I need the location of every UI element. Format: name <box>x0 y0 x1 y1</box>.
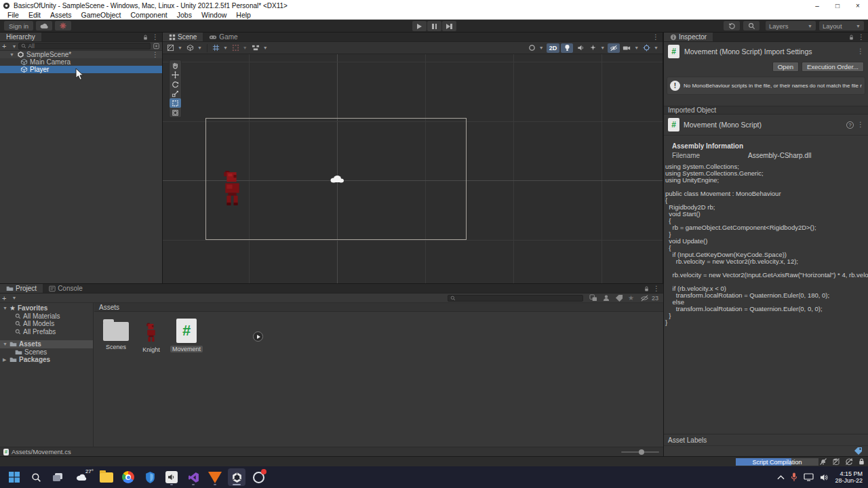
menu-component[interactable]: Component <box>125 11 172 19</box>
tree-item-packages[interactable]: ▶Packages <box>0 356 93 364</box>
create-asset-button[interactable]: + <box>2 294 6 302</box>
chevron-down-icon[interactable]: ▼ <box>12 44 16 49</box>
label-tag-icon[interactable] <box>854 447 863 455</box>
undo-history-button[interactable] <box>724 21 740 30</box>
asset-item-knight[interactable]: Knight <box>135 317 167 353</box>
close-button[interactable]: × <box>848 0 868 11</box>
scene-menu-icon[interactable]: ⋮ <box>152 52 162 58</box>
camera-settings-dropdown[interactable]: ▼ <box>527 43 545 53</box>
layout-dropdown[interactable]: Layout▼ <box>819 21 864 30</box>
taskbar-clock[interactable]: 4:15 PM 28-Jun-22 <box>835 470 863 484</box>
triangle-app-button[interactable] <box>206 468 224 486</box>
transform-tool[interactable] <box>170 108 181 117</box>
animation-play-badge[interactable] <box>253 331 263 342</box>
hierarchy-item-main-camera[interactable]: Main Camera <box>0 58 162 66</box>
menu-window[interactable]: Window <box>197 11 231 19</box>
panel-menu-icon[interactable]: ⋮ <box>652 34 659 41</box>
tab-console[interactable]: Console <box>43 284 89 293</box>
network-display-icon[interactable] <box>804 473 814 481</box>
cloud-sprite[interactable] <box>330 174 344 184</box>
volume-icon[interactable] <box>820 474 829 481</box>
tree-item-scenes[interactable]: Scenes <box>0 348 93 357</box>
security-app-button[interactable] <box>141 468 159 486</box>
scale-tool[interactable] <box>170 89 181 98</box>
thumbnail-size-slider[interactable] <box>621 451 659 453</box>
saved-search-star-icon[interactable]: ★ <box>628 294 634 302</box>
panel-menu-icon[interactable]: ⋮ <box>152 34 159 41</box>
scene-audio-toggle[interactable] <box>574 43 587 53</box>
lock-icon[interactable] <box>848 34 854 41</box>
menu-file[interactable]: File <box>3 11 24 19</box>
label-tag-icon[interactable] <box>615 294 623 302</box>
tray-chevron-up-icon[interactable] <box>777 475 785 480</box>
tree-item-all-prefabs[interactable]: All Prefabs <box>0 328 93 336</box>
lock-icon[interactable] <box>142 34 149 41</box>
gizmos-dropdown[interactable]: ▼ <box>642 43 660 53</box>
foldout-arrow-icon[interactable]: ▼ <box>3 342 7 346</box>
pause-button[interactable] <box>427 21 441 31</box>
mono-script-header[interactable]: # Movement (Mono Script) ? ⋮ <box>664 115 868 136</box>
component-menu-icon[interactable]: ⋮ <box>857 121 864 128</box>
hidden-count-eye-icon[interactable] <box>640 295 649 302</box>
scene-picker-icon[interactable] <box>153 43 160 49</box>
visual-studio-button[interactable] <box>184 468 202 486</box>
task-view-button[interactable] <box>49 468 66 486</box>
open-button[interactable]: Open <box>772 62 799 72</box>
scene-canvas[interactable] <box>163 54 663 283</box>
asset-item-scenes[interactable]: Scenes <box>100 317 132 350</box>
notifications-muted-icon[interactable] <box>819 458 827 466</box>
menu-edit[interactable]: Edit <box>24 11 45 19</box>
scene-visibility-toggle[interactable] <box>608 43 620 53</box>
menu-jobs[interactable]: Jobs <box>172 11 197 19</box>
step-button[interactable] <box>442 21 456 31</box>
snap-increment-dropdown[interactable]: ▼ <box>231 43 249 53</box>
tab-project[interactable]: Project <box>0 284 43 293</box>
chrome-button[interactable] <box>119 468 137 486</box>
weather-widget[interactable]: 27° <box>71 468 94 486</box>
asset-item-movement[interactable]: # Movement <box>170 317 203 352</box>
foldout-arrow-icon[interactable]: ▶ <box>3 357 7 363</box>
scene-lighting-toggle[interactable] <box>561 43 573 53</box>
menu-help[interactable]: Help <box>231 11 256 19</box>
panel-menu-icon[interactable]: ⋮ <box>653 285 660 292</box>
hierarchy-item-scene[interactable]: ▼ SampleScene* ⋮ <box>0 51 162 58</box>
cloud-services-button[interactable] <box>36 21 52 30</box>
hierarchy-item-player[interactable]: Player <box>0 66 162 73</box>
maximize-button[interactable]: □ <box>827 0 848 11</box>
layers-dropdown[interactable]: Layers▼ <box>766 21 816 30</box>
player-knight-sprite[interactable] <box>222 171 242 207</box>
minimize-button[interactable]: – <box>807 0 827 11</box>
hierarchy-search-input[interactable]: All <box>18 43 151 49</box>
view-options-dropdown[interactable]: ▼ <box>185 43 203 53</box>
tree-item-favorites[interactable]: ▼★Favorites <box>0 304 93 312</box>
auto-refresh-paused-icon[interactable] <box>845 458 853 466</box>
snap-settings-dropdown[interactable]: ▼ <box>250 43 269 53</box>
play-button[interactable] <box>412 21 427 31</box>
sign-in-button[interactable]: Sign in <box>4 21 33 30</box>
panel-menu-icon[interactable]: ⋮ <box>858 34 865 41</box>
toggle-2d-button[interactable]: 2D <box>547 43 560 53</box>
taskbar-search-button[interactable] <box>27 468 45 486</box>
foldout-arrow-icon[interactable]: ▼ <box>3 306 7 310</box>
tree-item-assets[interactable]: ▼Assets <box>0 340 93 348</box>
help-icon[interactable]: ? <box>846 121 854 129</box>
menu-assets[interactable]: Assets <box>45 11 77 19</box>
file-explorer-button[interactable] <box>98 468 115 486</box>
media-app-button[interactable] <box>163 468 180 486</box>
search-by-type-icon[interactable] <box>589 294 597 302</box>
search-by-label-icon[interactable] <box>602 294 610 302</box>
view-hand-tool[interactable] <box>170 60 181 70</box>
search-everywhere-button[interactable] <box>743 21 760 30</box>
collab-button[interactable] <box>55 21 71 30</box>
obs-button[interactable] <box>250 468 267 486</box>
tree-item-all-models[interactable]: All Models <box>0 320 93 328</box>
tab-scene[interactable]: Scene <box>163 33 203 41</box>
tab-hierarchy[interactable]: Hierarchy <box>0 33 41 41</box>
start-button[interactable] <box>5 468 23 486</box>
unity-taskbar-button[interactable] <box>228 468 245 486</box>
rotate-tool[interactable] <box>170 79 181 89</box>
header-menu-icon[interactable]: ⋮ <box>857 48 864 55</box>
chevron-down-icon[interactable]: ▼ <box>12 296 16 300</box>
slider-knob[interactable] <box>639 449 644 455</box>
project-search-input[interactable] <box>448 295 583 302</box>
